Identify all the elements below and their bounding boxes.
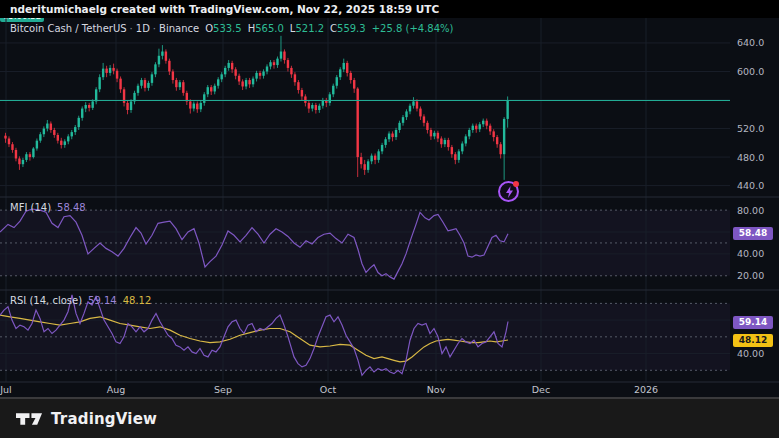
candle-body [32, 149, 34, 158]
tradingview-logo-link[interactable]: TradingView [16, 410, 157, 428]
rsi-value-badge: 59.14 [733, 316, 773, 329]
candle-body [336, 77, 338, 86]
candle-body [105, 69, 107, 73]
candle-body [95, 89, 97, 101]
candle-body [102, 69, 104, 78]
candle-body [231, 63, 233, 69]
candle-body [374, 156, 376, 160]
rsi-ma-value: 48.12 [123, 295, 152, 306]
candle-body [458, 151, 460, 160]
mfi-label: MFI (14) [10, 202, 51, 213]
candle-body [273, 62, 275, 65]
candle-body [130, 101, 132, 110]
candle-body [266, 66, 268, 71]
mfi-value: 58.48 [57, 202, 86, 213]
candle-body [112, 68, 114, 71]
candle-body [151, 74, 153, 83]
candle-body [11, 144, 13, 150]
candle-body [489, 126, 491, 132]
rsi-legend: RSI (14, close)59.1448.12 [10, 295, 151, 306]
tradingview-brand-text: TradingView [51, 410, 157, 428]
candle-body [91, 101, 93, 107]
candle-body [109, 68, 111, 73]
candle-body [4, 136, 6, 139]
candle-body [238, 76, 240, 82]
candle-body [283, 52, 285, 61]
candle-body [255, 73, 257, 79]
candle-body [461, 144, 463, 152]
candle-body [430, 130, 432, 136]
high-value: 565.0 [255, 23, 284, 34]
candle-body [210, 87, 212, 91]
candle-body [207, 87, 209, 94]
candle-body [370, 156, 372, 162]
price-axis-label: 480.0 [737, 152, 779, 163]
candle-body [98, 77, 100, 89]
candle-body [465, 136, 467, 143]
candle-body [499, 144, 501, 154]
candle-body [22, 160, 24, 164]
candle-body [496, 137, 498, 144]
mfi-value-badge: 58.48 [733, 227, 773, 240]
candle-body [384, 139, 386, 145]
candle-body [482, 121, 484, 125]
candle-body [140, 80, 142, 86]
candle-body [179, 82, 181, 87]
candle-body [203, 94, 205, 103]
candle-body [475, 126, 477, 130]
candle-body [36, 141, 38, 149]
candle-body [315, 105, 317, 110]
candle-body [241, 81, 243, 86]
candle-body [245, 80, 247, 86]
candle-body [440, 139, 442, 145]
rsi-label: RSI (14, close) [10, 295, 82, 306]
candle-body [50, 124, 52, 130]
candle-body [252, 79, 254, 85]
candle-body [29, 154, 31, 157]
candle-body [248, 80, 250, 84]
flash-event-marker[interactable] [498, 181, 519, 202]
candle-body [377, 151, 379, 160]
candle-body [15, 150, 17, 159]
candle-body [503, 119, 505, 154]
mfi-axis-label: 20.00 [737, 270, 779, 281]
candle-body [444, 140, 446, 144]
candle-body [437, 133, 439, 139]
candle-body [88, 105, 90, 108]
candle-body [297, 82, 299, 90]
candle-body [81, 109, 83, 118]
candle-body [388, 134, 390, 140]
candle-body [506, 101, 508, 119]
time-axis-label: 2026 [634, 384, 658, 395]
candle-body [147, 83, 149, 88]
candle-body [18, 158, 20, 164]
candle-body [454, 154, 456, 160]
mfi-axis-label: 40.00 [737, 248, 779, 259]
time-axis-label: Oct [320, 384, 336, 395]
candle-body [74, 127, 76, 132]
candle-body [64, 141, 66, 145]
candle-body [119, 79, 121, 90]
candle-body [234, 69, 236, 75]
candle-body [57, 135, 59, 141]
candle-body [353, 80, 355, 89]
candle-body [304, 96, 306, 102]
close-value: 559.3 [337, 23, 366, 34]
candle-body [85, 105, 87, 109]
candle-body [53, 130, 55, 135]
candle-body [262, 71, 264, 75]
candle-body [381, 145, 383, 151]
lightning-bolt-icon [505, 186, 514, 198]
candle-body [144, 80, 146, 88]
candle-body [46, 124, 48, 129]
candle-body [426, 123, 428, 130]
candle-body [168, 61, 170, 72]
candle-body [346, 63, 348, 73]
candle-body [486, 121, 488, 126]
candle-body [433, 133, 435, 137]
candle-body [200, 103, 202, 109]
candle-body [175, 80, 177, 87]
candle-body [158, 56, 160, 65]
candle-body [343, 63, 345, 69]
candle-body [165, 52, 167, 61]
